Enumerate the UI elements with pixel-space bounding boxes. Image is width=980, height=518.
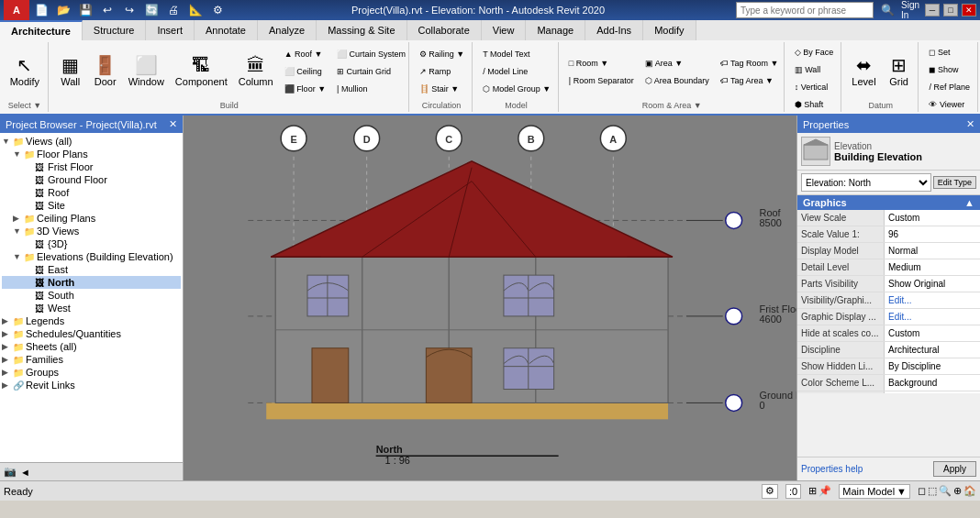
by-face-btn[interactable]: ◇ By Face [790, 44, 839, 61]
pp-value-scale-value[interactable]: 96 [885, 226, 980, 242]
undo-btn[interactable]: ↩ [97, 0, 117, 20]
tree-north[interactable]: 🖼 North [2, 276, 181, 289]
mullion-btn[interactable]: | Mullion [332, 81, 410, 97]
toggle-legends[interactable]: ▶ [2, 316, 13, 325]
show-btn[interactable]: ◼ Show [924, 61, 974, 78]
curtain-system-btn[interactable]: ⬜ Curtain System [332, 46, 410, 62]
tree-west[interactable]: 🖼 West [2, 302, 181, 314]
pp-value-parts-vis[interactable]: Show Original [885, 276, 980, 292]
settings-btn[interactable]: ⚙ [207, 0, 228, 20]
model-text-btn[interactable]: T Model Text [478, 46, 555, 62]
viewport[interactable]: E D C B A [184, 116, 796, 480]
sync-btn[interactable]: 🔄 [141, 0, 161, 20]
shaft-btn[interactable]: ⬢ Shaft [790, 96, 839, 113]
tab-structure[interactable]: Structure [83, 20, 147, 40]
new-btn[interactable]: 📄 [31, 0, 51, 20]
print-btn[interactable]: 🖨 [163, 0, 184, 20]
tree-floor-plans[interactable]: ▼ 📁 Floor Plans [2, 148, 181, 160]
redo-btn[interactable]: ↪ [119, 0, 139, 20]
viewer-btn[interactable]: 👁 Viewer [924, 96, 974, 113]
tree-views-all[interactable]: ▼ 📁 Views (all) [2, 135, 181, 148]
tab-massing[interactable]: Massing & Site [317, 20, 406, 40]
search-btn[interactable]: 🔍 [877, 0, 897, 20]
tab-architecture[interactable]: Architecture [0, 20, 83, 40]
tree-south[interactable]: 🖼 South [2, 289, 181, 302]
level-btn[interactable]: ⬌ Level [847, 47, 880, 97]
pp-value-color-scheme[interactable]: <none> [885, 391, 980, 393]
tab-annotate[interactable]: Annotate [195, 20, 258, 40]
ref-plane-btn[interactable]: / Ref Plane [924, 79, 974, 95]
pp-value-view-scale[interactable]: Custom [885, 210, 980, 226]
save-btn[interactable]: 💾 [75, 0, 95, 20]
tab-modify[interactable]: Modify [643, 20, 696, 40]
railing-btn[interactable]: ⚙ Railing ▼ [415, 46, 469, 62]
tag-room-btn[interactable]: 🏷 Tag Room ▼ [716, 55, 784, 72]
area-btn[interactable]: ▣ Area ▼ [640, 55, 714, 72]
tab-analyze[interactable]: Analyze [258, 20, 317, 40]
pp-help-link[interactable]: Properties help [801, 464, 863, 474]
toggle-revit-links[interactable]: ▶ [2, 380, 13, 390]
toggle-schedules[interactable]: ▶ [2, 329, 13, 338]
pp-value-vis-graph[interactable]: Edit... [885, 292, 980, 308]
tree-3d[interactable]: 🖼 {3D} [2, 237, 181, 250]
toggle-groups[interactable]: ▶ [2, 368, 13, 377]
wall-open-btn[interactable]: ▥ Wall [790, 61, 839, 78]
toggle-3d[interactable]: ▼ [13, 226, 24, 236]
signin-btn[interactable]: Sign In [901, 0, 921, 20]
toggle-floor-plans[interactable]: ▼ [13, 149, 24, 159]
toggle-elev[interactable]: ▼ [13, 252, 24, 261]
tree-ceiling-plans[interactable]: ▶ 📁 Ceiling Plans [2, 212, 181, 225]
toggle-ceiling[interactable]: ▶ [13, 214, 24, 223]
scroll-arrow[interactable]: ◄ [20, 467, 30, 478]
pp-value-discipline[interactable]: Architectural [885, 342, 980, 358]
column-btn[interactable]: 🏛 Column [234, 44, 278, 99]
tree-3d-views[interactable]: ▼ 📁 3D Views [2, 225, 181, 237]
pp-apply-btn[interactable]: Apply [933, 461, 976, 477]
pp-value-graphic-display[interactable]: Edit... [885, 309, 980, 325]
tree-schedules[interactable]: ▶ 📁 Schedules/Quantities [2, 327, 181, 340]
pp-value-hidden-lines[interactable]: By Discipline [885, 358, 980, 374]
model-group-btn[interactable]: ⬡ Model Group ▼ [478, 81, 555, 97]
minimize-btn[interactable]: ─ [925, 4, 940, 17]
search-input[interactable] [736, 2, 874, 18]
ceiling-btn[interactable]: ⬜ Ceiling [280, 63, 330, 80]
tree-site[interactable]: 🖼 Site [2, 199, 181, 212]
tree-frist-floor[interactable]: 🖼 Frist Floor [2, 160, 181, 173]
measure-btn[interactable]: 📐 [185, 0, 206, 20]
tree-elevations[interactable]: ▼ 📁 Elevations (Building Elevation) [2, 250, 181, 263]
app-menu-btn[interactable]: A [4, 0, 29, 20]
tab-addins[interactable]: Add-Ins [585, 20, 643, 40]
ramp-btn[interactable]: ↗ Ramp [415, 63, 469, 80]
pp-graphics-header[interactable]: Graphics ▲ [797, 195, 980, 210]
window-btn[interactable]: ⬜ Window [124, 44, 169, 99]
roof-btn[interactable]: ▲ Roof ▼ [280, 46, 330, 62]
pp-close-btn[interactable]: ✕ [966, 118, 974, 130]
stair-btn[interactable]: 🪜 Stair ▼ [415, 81, 469, 97]
tree-ground-floor[interactable]: 🖼 Ground Floor [2, 173, 181, 186]
tab-collaborate[interactable]: Collaborate [407, 20, 482, 40]
tree-sheets[interactable]: ▶ 📁 Sheets (all) [2, 340, 181, 353]
floor-btn[interactable]: ⬛ Floor ▼ [280, 81, 330, 97]
toggle-families[interactable]: ▶ [2, 355, 13, 364]
tree-roof[interactable]: 🖼 Roof [2, 186, 181, 199]
tag-area-btn[interactable]: 🏷 Tag Area ▼ [716, 72, 784, 89]
status-scale-icon[interactable]: ⚙ [762, 484, 778, 499]
tree-revit-links[interactable]: ▶ 🔗 Revit Links [2, 379, 181, 391]
tree-groups[interactable]: ▶ 📁 Groups [2, 366, 181, 379]
pp-edit-type-btn[interactable]: Edit Type [933, 176, 976, 189]
room-sep-btn[interactable]: | Room Separator [564, 72, 639, 89]
set-btn[interactable]: ◻ Set [924, 44, 974, 61]
pb-tree[interactable]: ▼ 📁 Views (all) ▼ 📁 Floor Plans 🖼 Frist … [0, 133, 183, 462]
tab-manage[interactable]: Manage [526, 20, 585, 40]
wall-btn[interactable]: ▦ Wall [54, 44, 87, 99]
pp-value-color-scheme-l[interactable]: Background [885, 375, 980, 391]
tree-families[interactable]: ▶ 📁 Families [2, 353, 181, 366]
toggle-sheets[interactable]: ▶ [2, 342, 13, 351]
open-btn[interactable]: 📂 [53, 0, 73, 20]
grid-btn[interactable]: ⊞ Grid [883, 47, 916, 97]
close-btn[interactable]: ✕ [962, 4, 976, 17]
door-btn[interactable]: 🚪 Door [89, 44, 122, 99]
area-boundary-btn[interactable]: ⬡ Area Boundary [640, 72, 714, 89]
component-btn[interactable]: 🏗 Component [171, 44, 232, 99]
room-btn[interactable]: □ Room ▼ [564, 55, 639, 72]
